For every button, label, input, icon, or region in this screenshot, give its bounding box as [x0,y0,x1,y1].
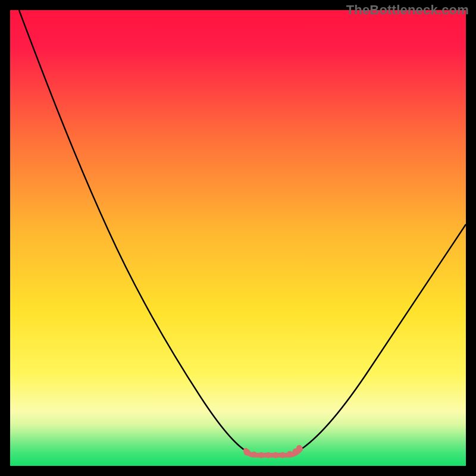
watermark-text: TheBottleneck.com [346,2,469,18]
bottleneck-curve [10,10,466,466]
chart-frame: { "watermark": "TheBottleneck.com", "col… [0,0,476,476]
plot-area [10,10,466,466]
curve-path [19,10,466,455]
